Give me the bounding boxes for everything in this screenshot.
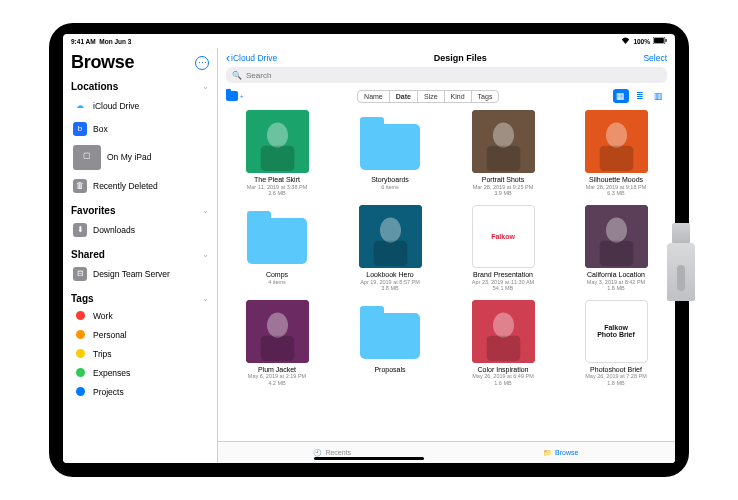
sidebar-tag-personal[interactable]: Personal	[71, 325, 209, 344]
sidebar: Browse ⋯ Locations ⌄ ☁︎ iCloud Drive b B…	[63, 48, 218, 463]
sidebar-item-label: Design Team Server	[93, 269, 170, 279]
usb-drive	[653, 223, 709, 303]
svg-rect-17	[599, 241, 633, 266]
search-icon: 🔍	[232, 71, 242, 80]
sidebar-item-designteamserver[interactable]: ⊟ Design Team Server	[71, 262, 209, 285]
tab-browse[interactable]: 📁 Browse	[447, 442, 676, 463]
svg-point-16	[606, 217, 627, 242]
view-list-button[interactable]: ≣	[632, 89, 648, 103]
doc-thumbnail: Falkow	[472, 205, 535, 268]
section-locations[interactable]: Locations ⌄	[71, 79, 209, 94]
file-name: Lookbook Hero	[366, 271, 413, 279]
image-thumbnail	[472, 110, 535, 173]
file-meta: May 26, 2019 at 7:28 PM1.8 MB	[585, 373, 646, 386]
file-meta: 6 items	[381, 184, 399, 191]
chevron-down-icon: ⌄	[202, 250, 209, 259]
file-item[interactable]: The Pleat SkirtMar 11, 2019 at 3:38 PM2.…	[232, 110, 322, 197]
image-thumbnail	[246, 110, 309, 173]
sidebar-item-label: Work	[93, 311, 113, 321]
file-meta: May 3, 2019 at 8:42 PM1.8 MB	[587, 279, 645, 292]
server-icon: ⊟	[73, 267, 87, 281]
screen: 9:41 AM Mon Jun 3 100% Browse ⋯	[63, 34, 675, 463]
view-grid-button[interactable]: ▦	[613, 89, 629, 103]
file-meta: May 26, 2019 at 6:49 PM1.6 MB	[472, 373, 533, 386]
file-item[interactable]: Proposals	[345, 300, 435, 387]
tag-dot-icon	[76, 330, 85, 339]
section-favorites-label: Favorites	[71, 205, 115, 216]
battery-pct: 100%	[633, 38, 650, 45]
view-columns-button[interactable]: ▥	[651, 89, 667, 103]
tab-label: Recents	[325, 449, 351, 456]
file-item[interactable]: Storyboards6 items	[345, 110, 435, 197]
sidebar-item-icloud[interactable]: ☁︎ iCloud Drive	[71, 94, 209, 117]
file-name: Proposals	[374, 366, 405, 374]
toolbar: + NameDateSizeKindTags ▦ ≣ ▥	[218, 87, 675, 108]
file-item[interactable]: California LocationMay 3, 2019 at 8:42 P…	[571, 205, 661, 292]
file-item[interactable]: Falkow Photo BriefPhotoshoot BriefMay 26…	[571, 300, 661, 387]
file-meta: May 6, 2019 at 2:19 PM4.2 MB	[248, 373, 306, 386]
file-meta: Apr 19, 2019 at 8:57 PM3.8 MB	[360, 279, 420, 292]
search-bar[interactable]: 🔍	[226, 67, 667, 83]
home-indicator[interactable]	[314, 457, 424, 460]
file-item[interactable]: Color InspirationMay 26, 2019 at 6:49 PM…	[458, 300, 548, 387]
section-tags[interactable]: Tags ⌄	[71, 291, 209, 306]
sort-size[interactable]: Size	[418, 91, 445, 102]
tag-dot-icon	[76, 387, 85, 396]
doc-thumbnail: Falkow Photo Brief	[585, 300, 648, 363]
browse-title: Browse	[71, 52, 134, 73]
new-folder-button[interactable]: +	[226, 91, 244, 101]
file-item[interactable]: Portrait ShotsMar 28, 2019 at 9:25 PM3.9…	[458, 110, 548, 197]
sidebar-item-onmyipad[interactable]: ▢ On My iPad	[71, 140, 209, 174]
sidebar-tag-trips[interactable]: Trips	[71, 344, 209, 363]
trash-icon: 🗑	[73, 179, 87, 193]
tag-dot-icon	[76, 311, 85, 320]
sidebar-item-label: iCloud Drive	[93, 101, 139, 111]
tag-dot-icon	[76, 368, 85, 377]
svg-rect-1	[654, 38, 664, 43]
chevron-down-icon: ⌄	[202, 206, 209, 215]
file-name: Plum Jacket	[258, 366, 296, 374]
file-item[interactable]: Silhouette MoodsMar 28, 2019 at 9:18 PM6…	[571, 110, 661, 197]
svg-point-13	[380, 217, 401, 242]
file-item[interactable]: Lookbook HeroApr 19, 2019 at 8:57 PM3.8 …	[345, 205, 435, 292]
chevron-down-icon: ⌄	[202, 82, 209, 91]
sidebar-tag-expenses[interactable]: Expenses	[71, 363, 209, 382]
svg-rect-20	[260, 335, 294, 360]
sidebar-item-label: Downloads	[93, 225, 135, 235]
file-item[interactable]: FalkowBrand PresentationApr 23, 2019 at …	[458, 205, 548, 292]
status-time: 9:41 AM	[71, 38, 96, 45]
file-item[interactable]: Comps4 items	[232, 205, 322, 292]
file-item[interactable]: Plum JacketMay 6, 2019 at 2:19 PM4.2 MB	[232, 300, 322, 387]
status-left: 9:41 AM Mon Jun 3	[71, 38, 131, 45]
settings-icon[interactable]: ⋯	[195, 56, 209, 70]
section-locations-label: Locations	[71, 81, 118, 92]
file-name: Portrait Shots	[482, 176, 524, 184]
svg-point-7	[493, 123, 514, 148]
folder-plus-icon	[226, 91, 238, 101]
file-grid[interactable]: The Pleat SkirtMar 11, 2019 at 3:38 PM2.…	[218, 108, 675, 441]
tab-label: Browse	[555, 449, 578, 456]
sort-tags[interactable]: Tags	[472, 91, 499, 102]
back-button[interactable]: iCloud Drive	[226, 53, 277, 63]
sidebar-item-downloads[interactable]: ⬇ Downloads	[71, 218, 209, 241]
sidebar-tag-projects[interactable]: Projects	[71, 382, 209, 401]
clock-icon: 🕘	[313, 449, 322, 457]
sidebar-tag-work[interactable]: Work	[71, 306, 209, 325]
sidebar-item-recentlydeleted[interactable]: 🗑 Recently Deleted	[71, 174, 209, 197]
sort-date[interactable]: Date	[390, 91, 418, 102]
search-input[interactable]	[246, 71, 661, 80]
section-shared-label: Shared	[71, 249, 105, 260]
select-button[interactable]: Select	[643, 53, 667, 63]
status-bar: 9:41 AM Mon Jun 3 100%	[63, 34, 675, 48]
sort-kind[interactable]: Kind	[445, 91, 472, 102]
folder-icon	[359, 110, 422, 173]
sidebar-item-label: Recently Deleted	[93, 181, 158, 191]
status-right: 100%	[621, 37, 667, 45]
sidebar-item-box[interactable]: b Box	[71, 117, 209, 140]
section-shared[interactable]: Shared ⌄	[71, 247, 209, 262]
folder-icon	[359, 300, 422, 363]
section-favorites[interactable]: Favorites ⌄	[71, 203, 209, 218]
svg-rect-2	[666, 39, 667, 42]
image-thumbnail	[585, 110, 648, 173]
sort-name[interactable]: Name	[358, 91, 390, 102]
